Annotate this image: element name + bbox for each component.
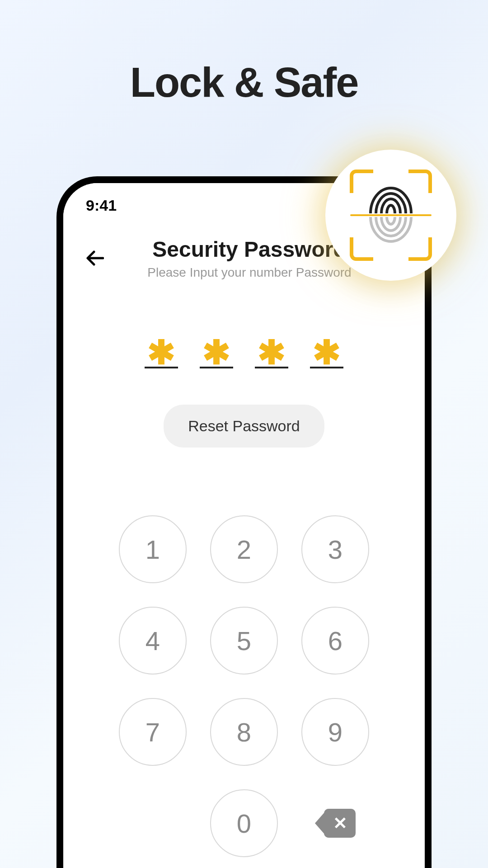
password-mask: ✱ bbox=[313, 334, 341, 371]
password-mask: ✱ bbox=[258, 334, 286, 371]
backspace-icon: ✕ bbox=[315, 809, 356, 838]
keypad-1[interactable]: 1 bbox=[119, 515, 187, 583]
numeric-keypad: 1 2 3 4 5 6 7 8 9 0 ✕ bbox=[63, 515, 425, 857]
keypad-backspace[interactable]: ✕ bbox=[301, 789, 369, 857]
keypad-blank bbox=[119, 789, 187, 857]
fingerprint-button[interactable] bbox=[325, 150, 456, 281]
keypad-5[interactable]: 5 bbox=[210, 607, 278, 675]
keypad-4[interactable]: 4 bbox=[119, 607, 187, 675]
keypad-6[interactable]: 6 bbox=[301, 607, 369, 675]
arrow-left-icon bbox=[86, 250, 104, 266]
back-button[interactable] bbox=[86, 248, 104, 269]
reset-password-button[interactable]: Reset Password bbox=[164, 405, 324, 448]
password-slot: ✱ bbox=[200, 334, 233, 368]
keypad-9[interactable]: 9 bbox=[301, 698, 369, 766]
screen-subtitle: Please Input your number Password bbox=[117, 265, 381, 280]
keypad-7[interactable]: 7 bbox=[119, 698, 187, 766]
status-time: 9:41 bbox=[86, 197, 117, 214]
password-slot: ✱ bbox=[255, 334, 288, 368]
keypad-8[interactable]: 8 bbox=[210, 698, 278, 766]
password-slot: ✱ bbox=[145, 334, 178, 368]
phone-frame: 9:41 Security Password Please Input your… bbox=[56, 176, 432, 868]
phone-screen: 9:41 Security Password Please Input your… bbox=[63, 183, 425, 868]
password-mask: ✱ bbox=[147, 334, 175, 371]
fingerprint-icon bbox=[364, 184, 418, 247]
password-input: ✱ ✱ ✱ ✱ bbox=[63, 334, 425, 368]
keypad-3[interactable]: 3 bbox=[301, 515, 369, 583]
keypad-2[interactable]: 2 bbox=[210, 515, 278, 583]
page-title: Lock & Safe bbox=[0, 0, 488, 106]
keypad-0[interactable]: 0 bbox=[210, 789, 278, 857]
password-mask: ✱ bbox=[202, 334, 230, 371]
password-slot: ✱ bbox=[310, 334, 343, 368]
fingerprint-scanline bbox=[350, 214, 432, 216]
